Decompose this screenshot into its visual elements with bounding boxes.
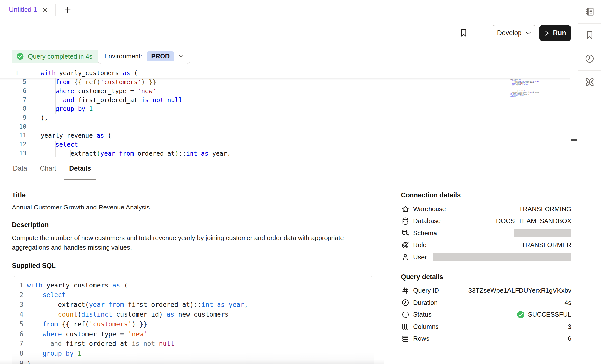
supplied-sql-code-block: 1with yearly_customers as (2 select3 ext…: [12, 276, 374, 364]
bookmark-icon: [459, 28, 468, 38]
spinner-icon: [401, 310, 410, 319]
bookmark-button[interactable]: [456, 26, 471, 40]
line-number: 7: [0, 96, 26, 103]
sql-code-line: 1with yearly_customers as (: [12, 280, 374, 290]
editor-code-line[interactable]: 10: [0, 122, 570, 131]
query-status-badge: Query completed in 4s: [12, 50, 99, 63]
editor-code-line[interactable]: 12 select: [0, 140, 570, 149]
code-text: ),: [41, 114, 48, 121]
sql-code-line: 3 extract(year from first_ordered_at)::i…: [12, 300, 374, 310]
line-number: 8: [0, 105, 26, 112]
chevron-down-icon: [179, 55, 184, 58]
supplied-sql-heading: Supplied SQL: [12, 262, 375, 270]
new-tab-button[interactable]: [61, 3, 75, 17]
details-panel: Title Annual Customer Growth and Revenue…: [0, 180, 578, 364]
line-number: 8: [12, 350, 23, 357]
redacted-value: [514, 229, 571, 237]
line-number: 13: [0, 150, 26, 157]
columns-icon: [401, 322, 410, 331]
code-text: count(distinct customer_id) as new_custo…: [27, 311, 229, 318]
chevron-down-icon: [526, 31, 531, 35]
editor-scrollbar-track[interactable]: [570, 47, 570, 157]
editor-scrollbar-thumb[interactable]: [571, 139, 577, 141]
detail-row-value: 6: [568, 335, 571, 342]
document-tab-label: Untitled 1: [9, 6, 37, 14]
editor-toolbar: Develop Run: [0, 20, 578, 47]
editor-code-line[interactable]: 9),: [0, 113, 570, 122]
code-text: with yearly_customers as (: [27, 282, 128, 289]
tab-chart[interactable]: Chart: [35, 157, 61, 180]
editor-code-line[interactable]: 13 extract(year from ordered_at)::int as…: [0, 149, 570, 157]
indent-guide: [70, 150, 71, 157]
line-number: 10: [0, 123, 26, 130]
detail-row-value: DOCS_TEAM_SANDBOX: [496, 217, 571, 225]
document-tab-untitled-1[interactable]: Untitled 1: [0, 0, 55, 20]
sql-code-line: 7 and first_ordered_at is not null: [12, 339, 374, 348]
detail-row-query-id: Query ID33TZseWpe1ALFDUYerxR1gVKxbv: [401, 285, 571, 297]
query-details-heading: Query details: [401, 273, 571, 281]
detail-row-label: Duration: [413, 299, 437, 307]
line-number: 9: [0, 114, 26, 121]
status-value: SUCCESSFUL: [517, 311, 571, 319]
description-value: Compute the number of new customers and …: [12, 233, 367, 252]
indent-guide: [55, 141, 56, 157]
editor-code-line[interactable]: 8 group by 1: [0, 104, 570, 113]
detail-row-label: Warehouse: [413, 205, 446, 213]
play-icon: [544, 30, 549, 36]
editor-code-line[interactable]: 6 where customer_type = 'new': [0, 86, 570, 95]
dbt-logo-icon: [584, 77, 595, 88]
clock-icon: [401, 298, 410, 307]
check-circle-icon: [517, 311, 525, 319]
line-number: 5: [12, 320, 23, 328]
sql-editor[interactable]: 1with yearly_customers as (5 from {{ ref…: [0, 68, 570, 157]
detail-row-value: 3: [568, 323, 571, 331]
sidebar-button-notebook[interactable]: [578, 0, 601, 24]
sidebar-button-dbt-logo[interactable]: [578, 71, 601, 94]
environment-selector[interactable]: Environment: PROD: [98, 49, 190, 64]
sidebar-button-history-clock[interactable]: [578, 47, 601, 71]
code-text: select: [27, 291, 66, 299]
run-button[interactable]: Run: [539, 25, 571, 41]
detail-row-warehouse: WarehouseTRANSFORMING: [401, 203, 571, 215]
line-number: 2: [12, 291, 23, 299]
detail-row-label: Database: [413, 217, 441, 225]
connection-details-rows: WarehouseTRANSFORMINGDatabaseDOCS_TEAM_S…: [401, 203, 571, 263]
code-text: and first_ordered_at is not null: [27, 340, 174, 347]
detail-row-columns: Columns3: [401, 321, 571, 333]
details-left-column: Title Annual Customer Growth and Revenue…: [12, 180, 375, 364]
connection-details-heading: Connection details: [401, 191, 571, 199]
detail-row-role: RoleTRANSFORMER: [401, 239, 571, 251]
indent-guide: [55, 78, 56, 114]
editor-code-line[interactable]: 1with yearly_customers as (: [0, 68, 570, 78]
close-icon[interactable]: [42, 7, 48, 13]
editor-code-line[interactable]: 7 and first_ordered_at is not null: [0, 95, 570, 104]
results-tab-bar: DataChartDetails: [0, 157, 578, 180]
tab-data[interactable]: Data: [8, 157, 32, 180]
environment-label: Environment:: [104, 52, 142, 60]
detail-row-value: TRANSFORMER: [521, 241, 571, 249]
history-clock-icon: [584, 53, 595, 64]
sql-code-line: 4 count(distinct customer_id) as new_cus…: [12, 310, 374, 319]
description-heading: Description: [12, 221, 375, 229]
detail-row-value: 33TZseWpe1ALFDUYerxR1gVKxbv: [468, 287, 571, 294]
sidebar-button-bookmark[interactable]: [578, 24, 601, 47]
detail-row-value: TRANSFORMING: [519, 205, 571, 213]
title-value: Annual Customer Growth and Revenue Analy…: [12, 204, 375, 211]
code-text: group by 1: [41, 105, 93, 112]
develop-dropdown-button[interactable]: Develop: [492, 25, 536, 41]
notebook-icon: [584, 6, 595, 17]
hash-icon: [401, 286, 410, 295]
editor-code-line[interactable]: 11yearly_revenue as (: [0, 131, 570, 140]
warehouse-icon: [401, 205, 410, 213]
redacted-value: [433, 253, 571, 261]
tab-details[interactable]: Details: [64, 157, 96, 180]
detail-row-rows: Rows6: [401, 333, 571, 345]
code-text: extract(year from ordered_at)::int as ye…: [41, 150, 231, 157]
detail-row-label: Query ID: [413, 287, 439, 294]
code-text: with yearly_customers as (: [41, 69, 137, 77]
detail-row-value: SUCCESSFUL: [528, 311, 571, 318]
line-number: 1: [0, 70, 26, 77]
code-text: and first_ordered_at is not null: [41, 96, 182, 104]
sql-code-line: 9),: [12, 358, 374, 364]
detail-row-label: Columns: [413, 323, 439, 331]
